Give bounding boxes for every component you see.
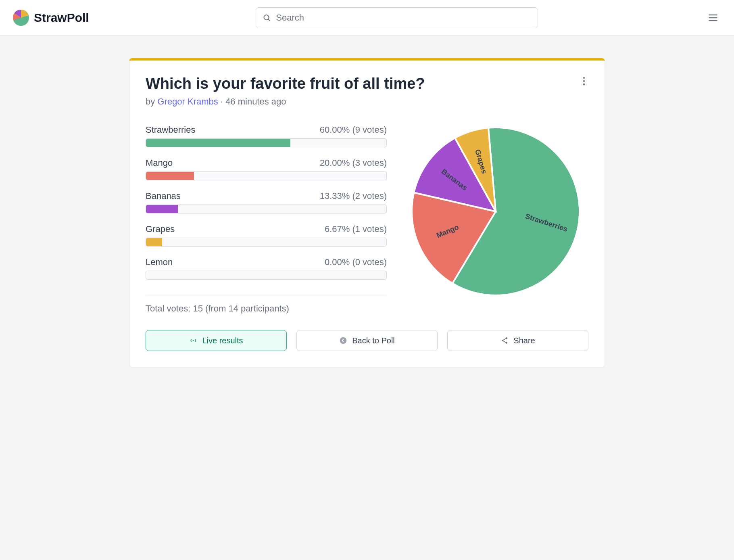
- search-icon: [263, 13, 271, 22]
- bar-track: [146, 205, 387, 213]
- option-label: Mango: [146, 158, 173, 168]
- bar-track: [146, 171, 387, 180]
- top-bar: StrawPoll: [0, 0, 734, 36]
- option-stat: 13.33% (2 votes): [320, 191, 387, 201]
- option-stat: 60.00% (9 votes): [320, 125, 387, 135]
- dots-vertical-icon: [583, 77, 585, 86]
- svg-line-14: [503, 339, 506, 340]
- poll-time: 46 minutes ago: [225, 96, 286, 107]
- bar-track: [146, 238, 387, 247]
- svg-point-1: [264, 15, 269, 20]
- share-label: Share: [513, 336, 535, 345]
- back-label: Back to Poll: [352, 336, 395, 345]
- brand[interactable]: StrawPoll: [13, 10, 89, 26]
- poll-card: Which is your favorite fruit of all time…: [129, 58, 605, 368]
- bar-track: [146, 138, 387, 147]
- svg-line-2: [268, 19, 270, 21]
- more-menu-button[interactable]: [580, 75, 588, 89]
- share-button[interactable]: Share: [447, 330, 588, 351]
- brand-name: StrawPoll: [34, 11, 89, 25]
- bar-fill: [146, 139, 290, 147]
- option-label: Lemon: [146, 257, 173, 267]
- search-wrap: [99, 7, 695, 28]
- total-votes: Total votes: 15 (from 14 participants): [146, 303, 387, 314]
- pie-chart: StrawberriesMangoBananasGrapes: [409, 125, 582, 298]
- time-sep: ·: [218, 96, 225, 107]
- by-prefix: by: [146, 96, 157, 107]
- hamburger-icon: [707, 12, 719, 23]
- option-stat: 0.00% (0 votes): [325, 257, 387, 267]
- bar-row: Grapes6.67% (1 votes): [146, 224, 387, 247]
- arrow-left-circle-icon: [339, 336, 347, 345]
- bar-head: Mango20.00% (3 votes): [146, 158, 387, 168]
- share-icon: [500, 336, 509, 345]
- pie-chart-wrap: StrawberriesMangoBananasGrapes: [403, 125, 588, 298]
- search-box[interactable]: [256, 7, 538, 28]
- card-header: Which is your favorite fruit of all time…: [146, 75, 588, 107]
- divider: [146, 295, 387, 295]
- option-stat: 20.00% (3 votes): [320, 158, 387, 168]
- brand-logo-icon: [13, 10, 29, 26]
- poll-body: Strawberries60.00% (9 votes)Mango20.00% …: [146, 125, 588, 314]
- live-results-label: Live results: [202, 336, 243, 345]
- svg-point-7: [583, 80, 585, 82]
- bar-head: Grapes6.67% (1 votes): [146, 224, 387, 234]
- option-label: Strawberries: [146, 125, 195, 135]
- action-row: Live results Back to Poll: [146, 330, 588, 351]
- svg-point-10: [340, 337, 347, 344]
- author-link[interactable]: Gregor Krambs: [157, 96, 218, 107]
- bar-track: [146, 271, 387, 280]
- bar-row: Mango20.00% (3 votes): [146, 158, 387, 180]
- bar-results: Strawberries60.00% (9 votes)Mango20.00% …: [146, 125, 387, 314]
- svg-line-15: [503, 341, 506, 343]
- back-to-poll-button[interactable]: Back to Poll: [296, 330, 438, 351]
- bar-row: Strawberries60.00% (9 votes): [146, 125, 387, 147]
- bar-head: Bananas13.33% (2 votes): [146, 191, 387, 201]
- option-stat: 6.67% (1 votes): [325, 224, 387, 234]
- option-label: Bananas: [146, 191, 181, 201]
- option-label: Grapes: [146, 224, 175, 234]
- bar-head: Strawberries60.00% (9 votes): [146, 125, 387, 135]
- menu-button[interactable]: [705, 10, 721, 26]
- live-results-button[interactable]: Live results: [146, 330, 287, 351]
- bar-fill: [146, 172, 194, 180]
- poll-byline: by Gregor Krambs · 46 minutes ago: [146, 96, 425, 107]
- bar-row: Bananas13.33% (2 votes): [146, 191, 387, 213]
- bar-fill: [146, 205, 178, 213]
- svg-point-9: [193, 340, 194, 341]
- bar-row: Lemon0.00% (0 votes): [146, 257, 387, 280]
- svg-point-8: [583, 84, 585, 85]
- svg-point-6: [583, 77, 585, 79]
- search-input[interactable]: [276, 13, 531, 23]
- page: Which is your favorite fruit of all time…: [0, 36, 734, 390]
- broadcast-icon: [189, 336, 197, 345]
- bar-head: Lemon0.00% (0 votes): [146, 257, 387, 267]
- bar-fill: [146, 238, 162, 246]
- poll-title: Which is your favorite fruit of all time…: [146, 75, 425, 92]
